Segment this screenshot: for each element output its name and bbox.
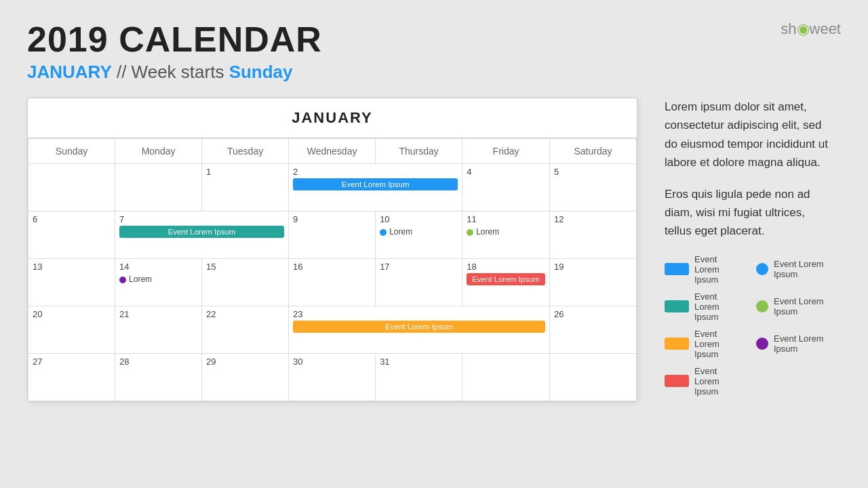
calendar-cell [115, 164, 202, 211]
day-number: 20 [33, 309, 111, 319]
side-paragraph-2: Eros quis ligula pede non ad diam, wisi … [665, 185, 834, 241]
calendar-month-header: JANUARY [28, 98, 637, 138]
day-number: 22 [206, 309, 284, 319]
legend-item-dot-blue: Event Lorem Ipsum [756, 254, 834, 285]
day-number: 10 [380, 214, 458, 224]
calendar-cell: 14 Lorem [115, 259, 202, 306]
calendar-cell: 9 [289, 211, 376, 259]
legend-item-orange: Event Lorem Ipsum [665, 329, 743, 359]
month-label: JANUARY [27, 62, 112, 82]
logo: sh◉weet [781, 20, 841, 38]
page: sh◉weet 2019 CALENDAR JANUARY // Week st… [0, 0, 868, 488]
table-row: 6 7 Event Lorem Ipsum 9 10 Lorem [28, 211, 637, 259]
event-dot-row: Lorem [380, 227, 458, 237]
calendar-header-row: Sunday Monday Tuesday Wednesday Thursday… [28, 139, 637, 164]
logo-leaf: ◉ [797, 20, 810, 37]
day-number: 11 [467, 214, 545, 224]
legend-box-blue [665, 263, 689, 275]
day-number: 5 [554, 167, 632, 177]
day-number: 19 [554, 262, 632, 272]
day-number: 4 [467, 167, 545, 177]
day-number: 26 [554, 309, 632, 319]
dot-green [467, 229, 473, 236]
calendar-cell: 4 [462, 164, 550, 211]
calendar-cell: 12 [549, 211, 636, 259]
day-number: 1 [206, 167, 284, 177]
event-dot-row: Lorem [119, 274, 197, 284]
day-number: 2 [293, 167, 458, 177]
legend-label: Event Lorem Ipsum [774, 296, 834, 317]
day-number: 18 [467, 262, 545, 272]
day-number: 13 [33, 262, 111, 272]
calendar-cell-span: 7 Event Lorem Ipsum [115, 211, 289, 259]
side-paragraph-1: Lorem ipsum dolor sit amet, consectetur … [665, 98, 834, 171]
calendar-cell: 6 [28, 211, 115, 259]
day-number: 9 [293, 214, 371, 224]
day-number: 28 [119, 357, 197, 367]
calendar-cell-span: 23 Event Lorem Ipsum [289, 306, 550, 354]
legend-item-dot-purple: Event Lorem Ipsum [756, 329, 834, 359]
legend-box-orange [665, 338, 689, 350]
legend-label: Event Lorem Ipsum [774, 333, 834, 354]
calendar-cell [28, 164, 115, 211]
table-row: 20 21 22 23 Event Lorem Ipsum 26 [28, 306, 637, 354]
calendar-cell: 10 Lorem [376, 211, 462, 259]
day-number: 31 [380, 357, 458, 367]
day-header-saturday: Saturday [549, 139, 636, 164]
legend-item-teal: Event Lorem Ipsum [665, 291, 743, 322]
calendar-cell: 13 [28, 259, 115, 306]
calendar-grid: Sunday Monday Tuesday Wednesday Thursday… [28, 138, 637, 401]
event-bar: Event Lorem Ipsum [293, 178, 458, 190]
legend-label: Event Lorem Ipsum [694, 329, 743, 359]
calendar-cell: 30 [289, 354, 376, 401]
day-number: 21 [119, 309, 197, 319]
dot-blue [380, 229, 387, 236]
calendar-cell: 5 [549, 164, 636, 211]
calendar-cell: 20 [28, 306, 115, 354]
dot-purple [119, 277, 126, 283]
event-bar: Event Lorem Ipsum [467, 273, 545, 285]
header: 2019 CALENDAR JANUARY // Week starts Sun… [27, 20, 841, 83]
table-row: 1 2 Event Lorem Ipsum 4 5 [28, 164, 637, 211]
calendar-cell: 22 [202, 306, 289, 354]
calendar-cell: 17 [376, 259, 462, 306]
day-number: 27 [33, 357, 111, 367]
calendar-cell: 19 [549, 259, 636, 306]
calendar-cell: 1 [202, 164, 289, 211]
calendar-cell-span: 2 Event Lorem Ipsum [289, 164, 462, 211]
day-header-tuesday: Tuesday [202, 139, 289, 164]
legend-label: Event Lorem Ipsum [774, 259, 834, 279]
calendar-cell: 31 [376, 354, 462, 401]
calendar-cell: 16 [289, 259, 376, 306]
calendar-cell [549, 354, 636, 401]
week-start-label: Sunday [229, 62, 293, 82]
calendar-cell: 18 Event Lorem Ipsum [462, 259, 550, 306]
day-number: 16 [293, 262, 371, 272]
legend-box-teal [665, 300, 689, 312]
page-subtitle: JANUARY // Week starts Sunday [27, 62, 841, 83]
legend-box-red [665, 375, 689, 387]
day-header-sunday: Sunday [28, 139, 115, 164]
calendar-cell: 21 [115, 306, 202, 354]
day-number: 29 [206, 357, 284, 367]
page-title: 2019 CALENDAR [27, 20, 841, 59]
day-number: 7 [119, 214, 284, 224]
legend-label: Event Lorem Ipsum [694, 254, 743, 285]
day-number: 23 [293, 309, 545, 319]
calendar-cell: 28 [115, 354, 202, 401]
day-number: 15 [206, 262, 284, 272]
day-number: 17 [380, 262, 458, 272]
legend-label: Event Lorem Ipsum [694, 291, 743, 322]
legend-circle-purple [756, 338, 768, 350]
day-number: 6 [33, 214, 111, 224]
day-number: 14 [119, 262, 197, 272]
calendar-cell: 15 [202, 259, 289, 306]
legend-circle-blue [756, 263, 768, 275]
day-header-friday: Friday [462, 139, 550, 164]
calendar-wrapper: JANUARY Sunday Monday Tuesday Wednesday … [27, 98, 637, 402]
calendar-cell [462, 354, 550, 401]
legend-item-red: Event Lorem Ipsum [665, 366, 743, 396]
event-bar: Event Lorem Ipsum [119, 226, 284, 238]
legend: Event Lorem Ipsum Event Lorem Ipsum Even… [665, 254, 834, 396]
day-header-wednesday: Wednesday [289, 139, 376, 164]
